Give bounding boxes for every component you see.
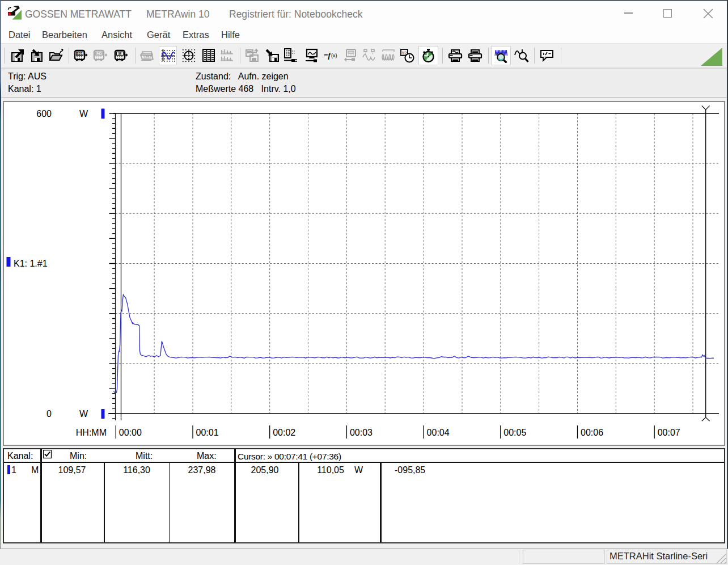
svg-text:00:06: 00:06	[581, 428, 603, 437]
svg-text:00:03: 00:03	[350, 428, 373, 437]
svg-text:W: W	[79, 409, 88, 419]
svg-text:(x): (x)	[331, 53, 337, 58]
svg-text:00:00: 00:00	[119, 428, 142, 437]
svg-text:00:05: 00:05	[503, 428, 526, 437]
svg-text:1257: 1257	[143, 55, 151, 59]
svg-text:321: 321	[349, 51, 353, 54]
svg-text:M: M	[118, 52, 121, 56]
svg-text:W: W	[79, 109, 88, 119]
svg-text:00:02: 00:02	[273, 428, 295, 437]
svg-text:600: 600	[36, 109, 52, 119]
svg-text:321: 321	[77, 52, 83, 56]
svg-text:00:07: 00:07	[658, 428, 680, 437]
svg-text:00:04: 00:04	[427, 428, 450, 437]
svg-text:HH:MM: HH:MM	[76, 428, 107, 437]
svg-text:32K: 32K	[96, 52, 103, 56]
svg-text:0: 0	[46, 409, 52, 419]
svg-text:K1: 1.#1: K1: 1.#1	[14, 259, 48, 268]
svg-text:=f: =f	[324, 51, 331, 60]
svg-text:00:01: 00:01	[196, 428, 219, 437]
